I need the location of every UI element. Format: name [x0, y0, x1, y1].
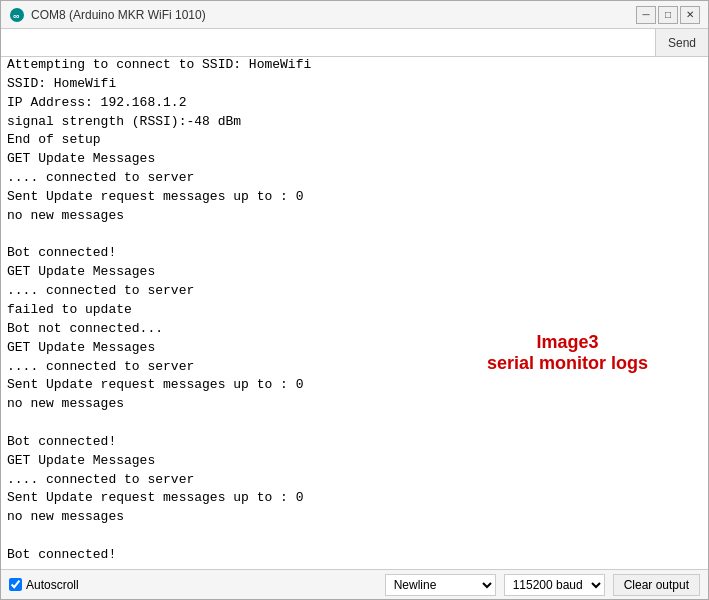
- send-button[interactable]: Send: [655, 29, 708, 56]
- autoscroll-checkbox[interactable]: [9, 578, 22, 591]
- maximize-button[interactable]: □: [658, 6, 678, 24]
- baud-select[interactable]: 115200 baud 300 baud 9600 baud: [504, 574, 605, 596]
- title-bar: ∞ COM8 (Arduino MKR WiFi 1010) ─ □ ✕: [1, 1, 708, 29]
- window-title: COM8 (Arduino MKR WiFi 1010): [31, 8, 206, 22]
- clear-output-button[interactable]: Clear output: [613, 574, 700, 596]
- arduino-icon: ∞: [9, 7, 25, 23]
- title-bar-controls: ─ □ ✕: [636, 6, 700, 24]
- close-button[interactable]: ✕: [680, 6, 700, 24]
- bottom-bar: Autoscroll Newline No line ending Carria…: [1, 569, 708, 599]
- main-window: ∞ COM8 (Arduino MKR WiFi 1010) ─ □ ✕ Sen…: [0, 0, 709, 600]
- minimize-button[interactable]: ─: [636, 6, 656, 24]
- console-area[interactable]: Attempting to connect to SSID: HomeWifi …: [1, 57, 708, 569]
- svg-text:∞: ∞: [13, 11, 20, 21]
- send-bar: Send: [1, 29, 708, 57]
- autoscroll-text: Autoscroll: [26, 578, 79, 592]
- console-text: Attempting to connect to SSID: HomeWifi …: [7, 57, 702, 565]
- send-input[interactable]: [1, 29, 655, 56]
- title-bar-left: ∞ COM8 (Arduino MKR WiFi 1010): [9, 7, 206, 23]
- autoscroll-label[interactable]: Autoscroll: [9, 578, 79, 592]
- newline-select[interactable]: Newline No line ending Carriage return B…: [385, 574, 496, 596]
